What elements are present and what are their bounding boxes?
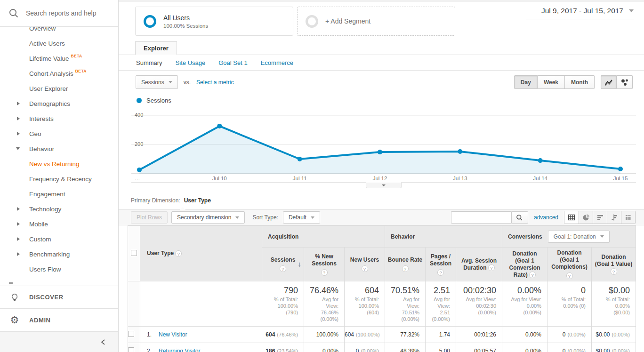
sort-descending-icon[interactable]: ↓	[298, 260, 302, 267]
column-label: % New Sessions	[312, 253, 337, 267]
line-chart-view-button[interactable]	[601, 75, 617, 89]
table-grid-icon	[568, 214, 575, 221]
sort-type-button[interactable]: Default	[283, 211, 320, 224]
help-icon[interactable]: ?	[437, 269, 444, 276]
sidebar-item-label: Frequency & Recency	[29, 176, 92, 183]
data-point[interactable]	[137, 168, 142, 172]
sidebar-search[interactable]	[0, 0, 118, 27]
subtab-summary[interactable]: Summary	[136, 59, 162, 66]
help-icon[interactable]: ?	[175, 250, 182, 257]
tab-explorer[interactable]: Explorer	[135, 41, 177, 55]
data-point[interactable]	[538, 158, 543, 163]
subtab-site-usage[interactable]: Site Usage	[176, 59, 206, 66]
sessions-line-chart[interactable]: 200400…Jul 10Jul 11Jul 12Jul 13Jul 14Jul…	[131, 107, 636, 182]
sidebar-item-geo[interactable]: Geo	[0, 126, 118, 141]
data-point[interactable]	[458, 149, 462, 154]
sidebar-item-label: Demographics	[29, 100, 70, 107]
x-axis-tick: Jul 13	[445, 176, 475, 181]
advanced-link[interactable]: advanced	[534, 214, 558, 221]
data-view-button[interactable]	[564, 211, 579, 224]
metric-cell: 0(0.00%)	[345, 343, 385, 352]
column-header-pages-session[interactable]: Pages / Session?	[426, 248, 456, 281]
help-icon[interactable]: ?	[529, 272, 536, 278]
goal-selector-button[interactable]: Goal 1: Donation	[548, 231, 610, 243]
data-point[interactable]	[618, 167, 623, 171]
cell-subvalue: (0.00%)	[612, 348, 630, 352]
secondary-dimension-button[interactable]: Secondary dimension	[171, 211, 245, 224]
sidebar-item-mobile[interactable]: Mobile	[0, 216, 118, 232]
legend-dot-icon	[137, 98, 142, 103]
select-metric-link[interactable]: Select a metric	[196, 79, 233, 86]
sidebar-item-users-flow[interactable]: Users Flow	[0, 262, 118, 277]
sidebar-item-lifetime-value[interactable]: Lifetime ValueBETA	[0, 51, 118, 66]
sidebar-item-label: Cohort Analysis	[29, 70, 73, 77]
granularity-day[interactable]: Day	[514, 75, 538, 89]
sidebar-item-technology[interactable]: Technology	[0, 201, 118, 216]
sidebar-search-input[interactable]	[26, 9, 111, 17]
help-icon[interactable]: ?	[402, 265, 409, 272]
segment-all-users[interactable]: All Users 100.00% Sessions	[135, 7, 293, 36]
subtab-goal-set-1[interactable]: Goal Set 1	[218, 59, 247, 66]
expander-right-icon	[17, 237, 20, 241]
column-label: Donation (Goal 1 Completions)	[551, 249, 588, 270]
date-range-selector[interactable]: Jul 9, 2017 - Jul 15, 2017	[526, 7, 634, 19]
column-header-user-type[interactable]: User Type ?	[140, 226, 262, 281]
sidebar-item-discover[interactable]: DISCOVER	[0, 286, 118, 308]
column-header-bounce-rate[interactable]: Bounce Rate?	[385, 248, 426, 281]
help-icon[interactable]: ?	[488, 264, 495, 271]
sidebar-item-demographics[interactable]: Demographics	[0, 96, 118, 111]
comparison-view-button[interactable]	[607, 211, 621, 224]
sidebar-item-admin[interactable]: ⚙ ADMIN	[0, 308, 118, 331]
column-header-avg-session-duration[interactable]: Avg. Session Duration ?	[456, 248, 502, 281]
data-point[interactable]	[298, 157, 302, 161]
add-segment-button[interactable]: + Add Segment	[297, 7, 455, 36]
data-point[interactable]	[378, 150, 382, 154]
metric-select[interactable]: Sessions	[136, 75, 178, 89]
motion-chart-view-button[interactable]	[617, 75, 633, 89]
sidebar-collapse-button[interactable]	[0, 331, 118, 352]
sidebar-item-interests[interactable]: Interests	[0, 111, 118, 126]
column-header-donation-goal-1-conversion-rate[interactable]: Donation (Goal 1 Conversion Rate) ?	[502, 248, 547, 281]
primary-dimension-value[interactable]: User Type	[184, 197, 211, 204]
sidebar-item-active-users[interactable]: Active Users	[0, 36, 118, 51]
column-header-sessions[interactable]: Sessions?↓	[262, 248, 304, 281]
help-icon[interactable]: ?	[611, 268, 617, 275]
totals-cell: 604% of Total: 100.00% (604)	[345, 281, 385, 327]
percentage-view-button[interactable]	[579, 211, 593, 224]
chart-expander-tab[interactable]	[366, 182, 402, 188]
column-header-new-users[interactable]: New Users?	[345, 248, 385, 281]
row-checkbox[interactable]	[128, 347, 134, 352]
pivot-view-button[interactable]	[621, 211, 635, 224]
row-checkbox[interactable]	[128, 331, 134, 337]
granularity-week[interactable]: Week	[538, 75, 565, 89]
column-header-donation-goal-1-completions[interactable]: Donation (Goal 1 Completions)?	[547, 248, 592, 281]
column-header-new-sessions[interactable]: % New Sessions?	[304, 248, 345, 281]
sidebar-item-custom[interactable]: Custom	[0, 232, 118, 247]
column-header-donation-goal-1-value[interactable]: Donation (Goal 1 Value) ?	[592, 248, 636, 281]
sidebar-item-benchmarking[interactable]: Benchmarking	[0, 247, 118, 262]
sidebar-item-behavior[interactable]: Behavior	[0, 141, 118, 156]
help-icon[interactable]: ?	[362, 265, 368, 272]
user-type-link[interactable]: New Visitor	[159, 331, 187, 338]
sidebar-item-label: Behavior	[29, 145, 54, 152]
subtab-ecommerce[interactable]: Ecommerce	[261, 59, 293, 66]
chevron-down-icon	[382, 184, 386, 186]
sidebar-item-cohort-analysis[interactable]: Cohort AnalysisBETA	[0, 66, 118, 81]
data-point[interactable]	[217, 124, 222, 128]
granularity-month[interactable]: Month	[565, 75, 595, 89]
help-icon[interactable]: ?	[321, 269, 328, 276]
sidebar-item-engagement[interactable]: Engagement	[0, 186, 118, 201]
sidebar-item-new-vs-returning[interactable]: New vs Returning	[0, 156, 118, 171]
bars-icon	[596, 214, 604, 221]
performance-view-button[interactable]	[593, 211, 607, 224]
sort-type-label: Sort Type:	[252, 214, 278, 221]
sidebar-item-frequency-recency[interactable]: Frequency & Recency	[0, 171, 118, 186]
user-type-link[interactable]: Returning Visitor	[159, 348, 201, 352]
table-search-button[interactable]	[511, 211, 528, 224]
help-icon[interactable]: ?	[566, 272, 573, 279]
select-all-checkbox[interactable]	[131, 250, 137, 256]
table-search-input[interactable]	[451, 211, 511, 224]
plot-rows-button[interactable]: Plot Rows	[131, 211, 168, 224]
help-icon[interactable]: ?	[280, 265, 286, 272]
sidebar-item-user-explorer[interactable]: User Explorer	[0, 81, 118, 96]
